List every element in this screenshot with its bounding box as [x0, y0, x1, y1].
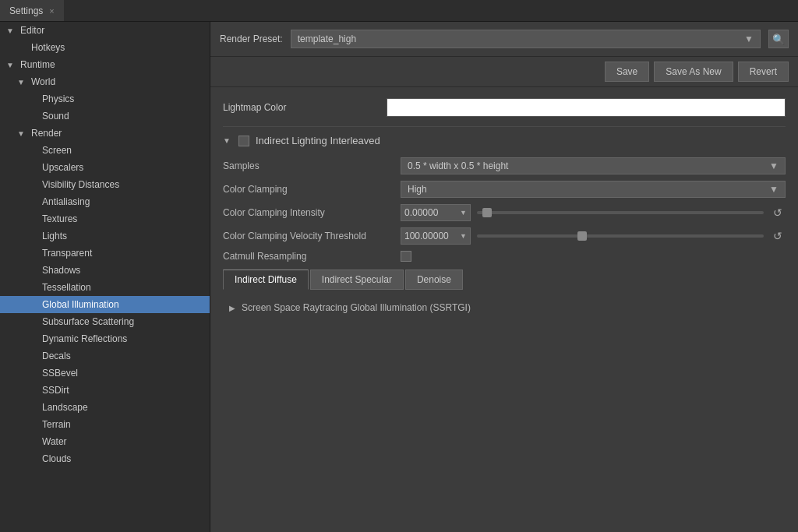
- lightmap-color-label: Lightmap Color: [223, 102, 379, 113]
- tree-arrow-icon: ▼: [17, 129, 28, 138]
- catmull-resampling-row: Catmull Resampling: [223, 251, 786, 262]
- intensity-reset-button[interactable]: ↺: [770, 205, 786, 220]
- color-clamping-label: Color Clamping: [223, 184, 394, 195]
- sidebar-item-landscape[interactable]: Landscape: [0, 399, 210, 416]
- sidebar-item-label: Runtime: [20, 59, 55, 70]
- sidebar: ▼EditorHotkeys▼Runtime▼WorldPhysicsSound…: [0, 22, 210, 532]
- preset-value: template_high: [298, 33, 356, 44]
- sidebar-item-upscalers[interactable]: Upscalers: [0, 159, 210, 176]
- title-bar: Settings ×: [0, 0, 798, 22]
- preset-label: Render Preset:: [220, 33, 283, 44]
- sidebar-item-tessellation[interactable]: Tessellation: [0, 279, 210, 296]
- tab-indirect-specular[interactable]: Indirect Specular: [310, 270, 404, 290]
- slider-thumb-icon: [482, 208, 492, 217]
- lightmap-color-row: Lightmap Color: [223, 98, 786, 117]
- tree-arrow-icon: ▼: [6, 61, 17, 69]
- settings-tab[interactable]: Settings ×: [0, 0, 64, 21]
- sidebar-item-subsurface-scattering[interactable]: Subsurface Scattering: [0, 313, 210, 330]
- sidebar-item-label: Shadows: [42, 265, 80, 276]
- search-icon: 🔍: [772, 33, 785, 45]
- sidebar-item-label: Render: [31, 128, 62, 139]
- sidebar-item-label: Antialiasing: [42, 196, 90, 207]
- color-clamping-velocity-slider[interactable]: [477, 234, 764, 238]
- sidebar-item-global-illumination[interactable]: Global Illumination: [0, 296, 210, 313]
- sidebar-item-physics[interactable]: Physics: [0, 90, 210, 107]
- preset-bar: Render Preset: template_high ▼ 🔍: [210, 22, 798, 57]
- sidebar-item-visibility-distances[interactable]: Visibility Distances: [0, 176, 210, 193]
- sidebar-item-label: Screen: [42, 145, 72, 156]
- sidebar-item-dynamic-reflections[interactable]: Dynamic Reflections: [0, 330, 210, 347]
- color-clamping-dropdown[interactable]: High ▼: [401, 181, 786, 198]
- color-clamping-intensity-input[interactable]: 0.00000 ▼: [401, 204, 471, 221]
- color-clamping-velocity-label: Color Clamping Velocity Threshold: [223, 231, 394, 241]
- sidebar-item-label: Visibility Distances: [42, 179, 119, 190]
- velocity-reset-button[interactable]: ↺: [770, 228, 786, 244]
- sidebar-item-render[interactable]: ▼Render: [0, 125, 210, 142]
- content-area: Lightmap Color ▼ Indirect Lighting Inter…: [210, 87, 798, 532]
- right-panel: Render Preset: template_high ▼ 🔍 Save Sa…: [210, 22, 798, 532]
- tree-arrow-icon: ▼: [6, 26, 17, 35]
- sidebar-item-terrain[interactable]: Terrain: [0, 416, 210, 433]
- close-icon[interactable]: ×: [49, 6, 54, 16]
- sidebar-item-lights[interactable]: Lights: [0, 227, 210, 245]
- samples-value: 0.5 * width x 0.5 * height: [408, 160, 508, 171]
- tab-denoise[interactable]: Denoise: [405, 270, 463, 290]
- sidebar-item-shadows[interactable]: Shadows: [0, 262, 210, 279]
- sidebar-item-label: Water: [42, 436, 67, 447]
- tab-indirect-diffuse[interactable]: Indirect Diffuse: [223, 270, 309, 290]
- ssrtgi-label: Screen Space Raytracing Global Illuminat…: [242, 302, 471, 313]
- sidebar-item-screen[interactable]: Screen: [0, 142, 210, 159]
- ssrtgi-arrow-icon: ▶: [229, 304, 235, 312]
- sidebar-item-decals[interactable]: Decals: [0, 347, 210, 365]
- color-clamping-velocity-input[interactable]: 100.00000 ▼: [401, 227, 471, 245]
- section-collapse-icon[interactable]: ▼: [223, 136, 232, 145]
- lightmap-color-swatch[interactable]: [387, 98, 786, 117]
- samples-row: Samples 0.5 * width x 0.5 * height ▼: [223, 157, 786, 174]
- color-clamping-intensity-slider[interactable]: [477, 211, 764, 214]
- sidebar-item-world[interactable]: ▼World: [0, 73, 210, 90]
- sidebar-item-label: Textures: [42, 213, 77, 224]
- save-as-new-button[interactable]: Save As New: [654, 62, 733, 82]
- color-clamping-velocity-value: 100.00000: [404, 231, 449, 241]
- sidebar-item-label: Tessellation: [42, 282, 91, 293]
- sidebar-item-transparent[interactable]: Transparent: [0, 245, 210, 262]
- samples-dropdown[interactable]: 0.5 * width x 0.5 * height ▼: [401, 157, 786, 174]
- sidebar-item-ssdirt[interactable]: SSDirt: [0, 382, 210, 399]
- sidebar-item-label: Clouds: [42, 453, 71, 464]
- catmull-resampling-checkbox[interactable]: [401, 251, 411, 262]
- tab-label: Settings: [9, 5, 43, 16]
- section-checkbox[interactable]: [238, 136, 249, 146]
- sidebar-item-sound[interactable]: Sound: [0, 107, 210, 125]
- sidebar-item-label: Sound: [42, 111, 69, 122]
- sidebar-item-label: Decals: [42, 351, 71, 361]
- sidebar-item-ssbevel[interactable]: SSBevel: [0, 365, 210, 382]
- sidebar-item-textures[interactable]: Textures: [0, 210, 210, 227]
- save-button[interactable]: Save: [605, 62, 649, 82]
- color-clamping-velocity-row: Color Clamping Velocity Threshold 100.00…: [223, 227, 786, 245]
- search-button[interactable]: 🔍: [768, 30, 789, 48]
- sidebar-item-water[interactable]: Water: [0, 433, 210, 450]
- samples-dropdown-arrow-icon: ▼: [769, 160, 779, 171]
- ssrtgi-row[interactable]: ▶ Screen Space Raytracing Global Illumin…: [223, 299, 786, 316]
- color-clamping-arrow-icon: ▼: [769, 184, 779, 195]
- sidebar-item-hotkeys[interactable]: Hotkeys: [0, 39, 210, 56]
- revert-button[interactable]: Revert: [738, 62, 789, 82]
- action-bar: Save Save As New Revert: [210, 57, 798, 87]
- sidebar-item-label: Terrain: [42, 419, 71, 430]
- sidebar-item-label: SSBevel: [42, 368, 78, 379]
- tabs-bar: Indirect DiffuseIndirect SpecularDenoise: [223, 270, 786, 290]
- color-clamping-intensity-value: 0.00000: [404, 207, 438, 218]
- velocity-slider-thumb-icon: [577, 231, 587, 241]
- sidebar-item-label: Hotkeys: [31, 42, 65, 53]
- sidebar-item-runtime[interactable]: ▼Runtime: [0, 56, 210, 73]
- sidebar-item-antialiasing[interactable]: Antialiasing: [0, 193, 210, 210]
- main-layout: ▼EditorHotkeys▼Runtime▼WorldPhysicsSound…: [0, 22, 798, 532]
- color-clamping-intensity-row: Color Clamping Intensity 0.00000 ▼ ↺: [223, 204, 786, 221]
- preset-dropdown[interactable]: template_high ▼: [291, 30, 761, 48]
- sidebar-item-editor[interactable]: ▼Editor: [0, 22, 210, 39]
- sidebar-item-label: Editor: [20, 25, 44, 36]
- tree-arrow-icon: ▼: [17, 78, 28, 86]
- samples-label: Samples: [223, 160, 394, 171]
- color-clamping-value: High: [408, 184, 427, 195]
- sidebar-item-clouds[interactable]: Clouds: [0, 450, 210, 467]
